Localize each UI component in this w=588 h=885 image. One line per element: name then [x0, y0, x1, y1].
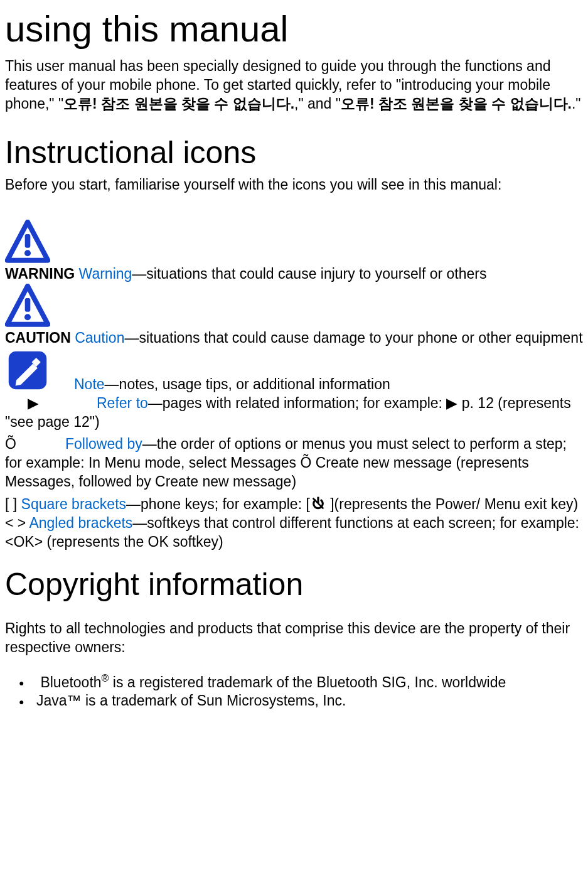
icons-section-title: Instructional icons [5, 132, 583, 173]
followed-symbol: Õ [5, 435, 65, 454]
svg-point-5 [24, 314, 31, 320]
list-item: Bluetooth® is a registered trademark of … [36, 672, 583, 692]
warning-term: Warning [79, 266, 132, 282]
square-desc-a: —phone keys; for example: [ [126, 496, 310, 512]
angled-symbol: < > [5, 515, 26, 531]
intro-text-c: ," and " [294, 95, 341, 112]
square-row: [ ] Square brackets—phone keys; for exam… [5, 495, 583, 514]
square-desc-b: ](represents the Power/ Menu exit key) [326, 496, 578, 512]
caution-desc: —situations that could cause damage to y… [124, 330, 582, 346]
note-desc: —notes, usage tips, or additional inform… [105, 376, 390, 392]
warning-desc: —situations that could cause injury to y… [132, 266, 486, 282]
note-term: Note [74, 376, 105, 392]
warning-row: WARNING Warning—situations that could ca… [5, 220, 583, 284]
intro-paragraph: This user manual has been specially desi… [5, 57, 583, 114]
registered-symbol: ® [102, 672, 109, 684]
caution-row: CAUTION Caution—situations that could ca… [5, 284, 583, 348]
intro-error-1: 오류! 참조 원본을 찾을 수 없습니다. [63, 95, 294, 112]
refer-row: ▶Refer to—pages with related information… [5, 394, 583, 432]
list-item: Java™ is a trademark of Sun Microsystems… [36, 692, 583, 711]
warning-icon [5, 220, 583, 265]
intro-text-e: ." [572, 95, 581, 112]
caution-icon [5, 284, 583, 329]
warning-label: WARNING [5, 266, 75, 282]
followed-term: Followed by [65, 436, 142, 452]
angled-row: < > Angled brackets—softkeys that contro… [5, 514, 583, 552]
copyright-list: Bluetooth® is a registered trademark of … [5, 672, 583, 711]
bluetooth-text-a: Bluetooth [40, 673, 101, 690]
svg-rect-4 [25, 298, 31, 312]
svg-rect-1 [25, 234, 31, 248]
copyright-intro: Rights to all technologies and products … [5, 620, 583, 657]
refer-term: Refer to [97, 395, 148, 411]
angled-term: Angled brackets [29, 515, 132, 531]
caution-label: CAUTION [5, 330, 71, 346]
note-row: Note—notes, usage tips, or additional in… [5, 348, 583, 394]
copyright-title: Copyright information [5, 564, 583, 605]
icons-section-intro: Before you start, familiarise yourself w… [5, 176, 583, 195]
followed-row: ÕFollowed by—the order of options or men… [5, 435, 583, 491]
page-title: using this manual [5, 5, 583, 52]
bluetooth-text-b: is a registered trademark of the Bluetoo… [109, 673, 506, 690]
square-symbol: [ ] [5, 496, 17, 512]
power-key-icon [310, 496, 326, 512]
caution-term: Caution [75, 330, 124, 346]
refer-symbol: ▶ [5, 394, 97, 413]
svg-point-2 [24, 250, 31, 256]
intro-error-2: 오류! 참조 원본을 찾을 수 없습니다. [341, 95, 572, 112]
square-term: Square brackets [21, 496, 126, 512]
